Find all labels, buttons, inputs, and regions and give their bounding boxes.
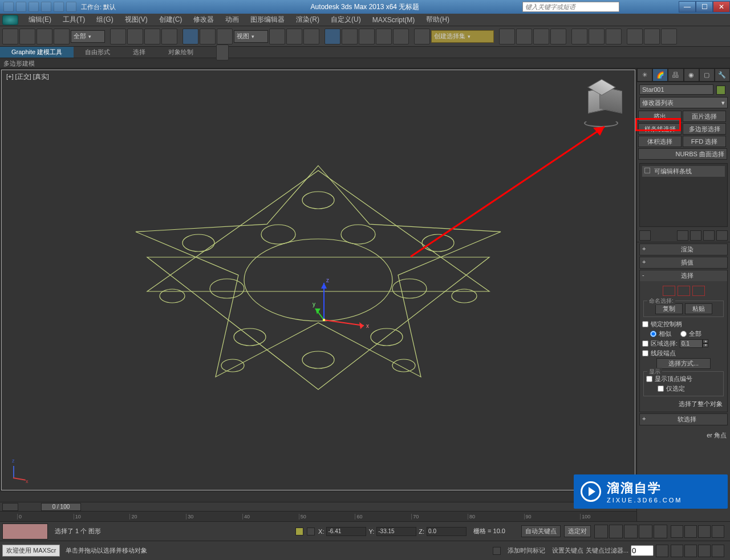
- zoom-all-icon[interactable]: [684, 525, 697, 538]
- render-icon[interactable]: [661, 29, 677, 44]
- track-bar[interactable]: 0102030 40506070 8090100: [0, 511, 636, 521]
- tab-create-icon[interactable]: ✳: [637, 68, 652, 82]
- area-select-checkbox[interactable]: [642, 340, 648, 347]
- workspace-label[interactable]: 工作台: 默认: [81, 3, 116, 11]
- pan-icon[interactable]: [684, 545, 697, 557]
- percent-snap-icon[interactable]: [359, 29, 375, 44]
- rollout-header-render[interactable]: +渲染: [640, 244, 727, 255]
- search-icon[interactable]: [622, 2, 631, 11]
- named-sel-icon[interactable]: [414, 29, 430, 44]
- link-icon[interactable]: [66, 2, 76, 12]
- zoom-extents-icon[interactable]: [698, 525, 711, 538]
- zoom-extents-all-icon[interactable]: [712, 525, 724, 538]
- redo-icon[interactable]: [19, 29, 35, 44]
- layer-icon[interactable]: [533, 29, 549, 44]
- object-color-swatch[interactable]: [716, 86, 725, 95]
- menu-maxscript[interactable]: MAXScript(M): [367, 15, 421, 25]
- poly-select-button[interactable]: 多边形选择: [683, 123, 726, 135]
- help-icon[interactable]: [667, 2, 676, 11]
- rollout-header-interp[interactable]: +插值: [640, 257, 727, 268]
- menu-tools[interactable]: 工具(T): [57, 14, 91, 26]
- keyboard-shortcut-icon[interactable]: [303, 29, 319, 44]
- graphite-icon[interactable]: [550, 29, 566, 44]
- selected-combo[interactable]: 选定对: [564, 525, 591, 537]
- spinner-up-icon[interactable]: ▴: [703, 339, 708, 343]
- next-frame-icon[interactable]: [639, 525, 652, 538]
- exchange-icon[interactable]: [644, 2, 654, 11]
- transform-gizmo[interactable]: x y z: [313, 274, 381, 343]
- ref-coord-combo[interactable]: 视图: [234, 30, 268, 43]
- max-toggle-icon[interactable]: [712, 545, 724, 557]
- scale-icon[interactable]: [217, 29, 233, 44]
- spline-select-button[interactable]: 样条线选择: [638, 123, 682, 135]
- z-input[interactable]: [427, 527, 467, 536]
- minimize-button[interactable]: —: [679, 1, 696, 13]
- subscription-icon[interactable]: [633, 2, 642, 11]
- render-setup-icon[interactable]: [627, 29, 643, 44]
- tab-utilities-icon[interactable]: 🔧: [715, 68, 730, 82]
- area-select-input[interactable]: [680, 339, 703, 348]
- ribbon-tab-graphite[interactable]: Graphite 建模工具: [0, 47, 74, 58]
- object-name-input[interactable]: [639, 84, 713, 95]
- redo-icon[interactable]: [54, 2, 64, 12]
- viewport-orthographic[interactable]: [+] [正交] [真实]: [1, 70, 635, 490]
- menu-customize[interactable]: 自定义(U): [325, 14, 367, 26]
- set-key-button[interactable]: 设置关键点: [552, 546, 583, 555]
- ribbon-minimize-icon[interactable]: [216, 44, 229, 60]
- show-vert-num-checkbox[interactable]: [646, 376, 652, 382]
- curve-editor-icon[interactable]: [571, 29, 587, 44]
- vol-select-button[interactable]: 体积选择: [638, 136, 682, 147]
- spinner-snap-icon[interactable]: [376, 29, 392, 44]
- only-selected-checkbox[interactable]: [658, 385, 664, 392]
- current-frame-input[interactable]: [631, 545, 654, 556]
- undo-icon[interactable]: [41, 2, 51, 12]
- named-selection-combo[interactable]: 创建选择集: [431, 30, 494, 43]
- make-unique-icon[interactable]: [690, 230, 701, 241]
- stack-item-editable-spline[interactable]: 可编辑样条线: [642, 166, 725, 177]
- auto-key-button[interactable]: 自动关键点: [521, 525, 561, 537]
- pivot-icon[interactable]: [269, 29, 285, 44]
- time-slider-thumb[interactable]: 0 / 100: [41, 503, 81, 511]
- remove-mod-icon[interactable]: [703, 230, 715, 241]
- align-icon[interactable]: [516, 29, 532, 44]
- expand-icon[interactable]: [644, 168, 650, 173]
- zoom-icon[interactable]: [671, 525, 683, 538]
- goto-end-icon[interactable]: [654, 525, 667, 538]
- selection-filter[interactable]: 全部: [71, 30, 105, 43]
- x-input[interactable]: [326, 527, 366, 536]
- link-icon[interactable]: [36, 29, 52, 44]
- unlink-icon[interactable]: [54, 29, 70, 44]
- ffd-select-button[interactable]: FFD 选择: [683, 136, 726, 147]
- face-select-button[interactable]: 面片选择: [683, 111, 726, 122]
- nurbs-button[interactable]: NURBS 曲面选择: [638, 148, 727, 160]
- search-input[interactable]: [522, 2, 619, 12]
- undo-icon[interactable]: [2, 29, 18, 44]
- fov-icon[interactable]: [671, 545, 683, 557]
- maxscript-listener[interactable]: [2, 524, 48, 539]
- prev-frame-icon[interactable]: [609, 525, 623, 538]
- y-input[interactable]: [376, 527, 416, 536]
- vertex-icon[interactable]: [663, 286, 675, 296]
- viewport-label[interactable]: [+] [正交] [真实]: [6, 72, 49, 81]
- favorites-icon[interactable]: [656, 2, 665, 11]
- segment-end-checkbox[interactable]: [642, 350, 648, 356]
- menu-views[interactable]: 视图(V): [119, 14, 153, 26]
- render-frame-icon[interactable]: [644, 29, 660, 44]
- window-crossing-icon[interactable]: [161, 29, 177, 44]
- snap-toggle-icon[interactable]: [325, 29, 340, 44]
- schematic-icon[interactable]: [589, 29, 605, 44]
- menu-modifiers[interactable]: 修改器: [188, 14, 220, 26]
- angle-snap-icon[interactable]: [342, 29, 358, 44]
- add-time-tag[interactable]: 添加时间标记: [503, 546, 550, 555]
- segment-icon[interactable]: [678, 286, 690, 296]
- rollout-header-soft[interactable]: +软选择: [640, 414, 727, 425]
- tab-display-icon[interactable]: ▢: [699, 68, 715, 82]
- ribbon-tab-freeform[interactable]: 自由形式: [74, 47, 121, 58]
- tab-hierarchy-icon[interactable]: 品: [668, 68, 683, 82]
- goto-start-icon[interactable]: [594, 525, 608, 538]
- similar-radio[interactable]: [650, 331, 656, 337]
- rotate-icon[interactable]: [200, 29, 216, 44]
- maximize-button[interactable]: ☐: [696, 1, 713, 13]
- paste-button[interactable]: 粘贴: [685, 303, 712, 314]
- time-tag-icon[interactable]: [493, 547, 501, 555]
